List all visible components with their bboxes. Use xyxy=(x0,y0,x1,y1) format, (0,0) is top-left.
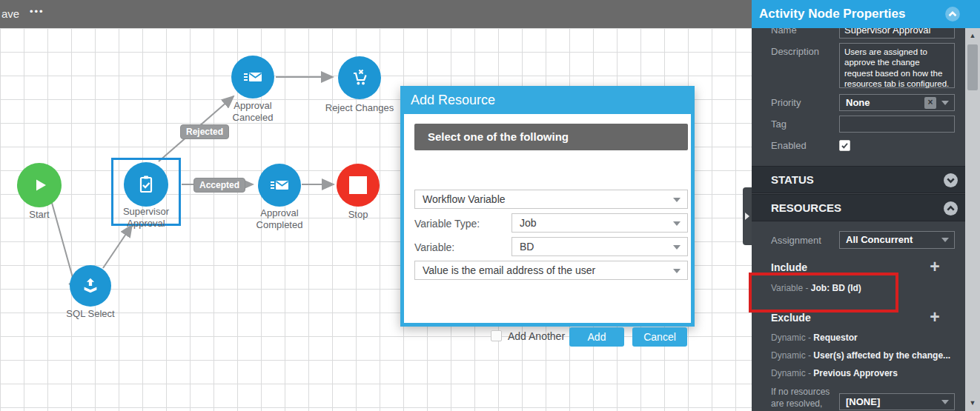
data-extract-icon xyxy=(80,275,101,296)
exclude-group-label: Exclude xyxy=(771,312,811,324)
chevron-down-icon xyxy=(673,245,681,250)
chevron-down-icon xyxy=(673,221,681,226)
chevron-down-icon xyxy=(941,238,949,242)
priority-label: Priority xyxy=(771,97,801,108)
resources-section-title: RESOURCES xyxy=(771,195,841,221)
assignment-value: All Concurrent xyxy=(846,234,913,245)
variable-type-label: Variable Type: xyxy=(414,218,480,230)
section-status[interactable]: STATUS xyxy=(752,166,967,193)
section-resources[interactable]: RESOURCES xyxy=(752,194,967,221)
dialog-title: Add Resource xyxy=(411,86,495,114)
fallback-label: If no resources are resolved, assign xyxy=(771,387,841,411)
cancel-button[interactable]: Cancel xyxy=(632,327,687,347)
scroll-up-icon[interactable]: ▲ xyxy=(965,30,980,42)
node-sql-select[interactable] xyxy=(70,265,111,307)
send-email-icon xyxy=(268,174,291,196)
tag-label: Tag xyxy=(771,118,787,130)
exclude-item-value: Previous Approvers xyxy=(813,368,898,378)
include-add-icon[interactable]: + xyxy=(927,259,943,274)
node-label-supervisor-approval: Supervisor Approval xyxy=(113,206,179,230)
cart-x-icon xyxy=(348,67,371,89)
top-toolbar: ave ••• xyxy=(0,0,752,28)
node-supervisor-approval[interactable] xyxy=(124,162,168,207)
dialog-instruction-banner: Select one of the following xyxy=(414,124,688,150)
variable-select[interactable]: BD xyxy=(511,237,688,256)
play-icon xyxy=(28,174,50,196)
node-approval-canceled[interactable] xyxy=(231,56,274,98)
exclude-item-value: User(s) affected by the change... xyxy=(813,350,950,361)
exclude-item[interactable]: Dynamic - User(s) affected by the change… xyxy=(771,350,950,361)
include-item[interactable]: Variable - Job: BD (Id) xyxy=(771,283,861,293)
chevron-down-icon xyxy=(941,101,949,105)
resource-type-select[interactable]: Workflow Variable xyxy=(414,190,688,209)
edge-label-accepted[interactable]: Accepted xyxy=(193,178,245,193)
edge-label-rejected[interactable]: Rejected xyxy=(180,124,229,139)
node-label-approval-completed: Approval Completed xyxy=(246,207,313,232)
node-approval-completed[interactable] xyxy=(258,164,301,207)
overflow-menu-icon[interactable]: ••• xyxy=(30,6,44,17)
panel-scrollbar[interactable]: ▲ ▼ xyxy=(965,28,980,411)
priority-value: None xyxy=(846,97,870,108)
workflow-designer-app: ave ••• Start xyxy=(0,0,980,411)
value-mapping-value: Value is the email address of the user xyxy=(423,264,595,276)
resource-type-value: Workflow Variable xyxy=(423,193,506,205)
panel-collapse-chevron-up-icon[interactable] xyxy=(944,6,961,22)
exclude-item-prefix: Dynamic - xyxy=(771,350,813,361)
enabled-label: Enabled xyxy=(771,140,807,151)
panel-header: Activity Node Properties xyxy=(752,0,980,28)
edge-sqlselect-to-supervisor[interactable] xyxy=(103,225,132,268)
variable-label: Variable: xyxy=(414,241,454,253)
add-button[interactable]: Add xyxy=(569,327,624,347)
variable-value: BD xyxy=(520,241,534,253)
checkmark-icon xyxy=(841,141,849,150)
chevron-down-circle-icon[interactable] xyxy=(943,173,959,188)
variable-type-value: Job xyxy=(520,217,537,229)
panel-collapse-handle[interactable] xyxy=(743,187,752,245)
node-label-stop: Stop xyxy=(338,209,378,221)
stop-square-icon xyxy=(349,176,367,194)
dialog-body: Select one of the following Workflow Var… xyxy=(404,114,691,323)
assignment-label: Assignment xyxy=(771,235,821,246)
exclude-add-icon[interactable]: + xyxy=(927,310,943,324)
exclude-item-prefix: Dynamic - xyxy=(771,333,813,343)
enabled-checkbox[interactable] xyxy=(839,140,850,151)
include-item-prefix: Variable - xyxy=(771,283,811,293)
save-button[interactable]: ave xyxy=(1,7,19,20)
exclude-item[interactable]: Dynamic - Requestor xyxy=(771,333,858,343)
value-mapping-select[interactable]: Value is the email address of the user xyxy=(414,261,688,280)
scroll-down-icon[interactable]: ▼ xyxy=(965,397,980,410)
description-textarea[interactable]: Users are assigned to approve the change… xyxy=(839,43,955,88)
add-another-checkbox[interactable] xyxy=(491,330,502,341)
scrollbar-thumb[interactable] xyxy=(967,44,978,90)
add-another-label: Add Another xyxy=(508,330,565,342)
chevron-down-icon xyxy=(941,400,949,404)
include-item-value: Job: BD (Id) xyxy=(811,283,861,293)
node-stop[interactable] xyxy=(337,164,380,207)
exclude-item-prefix: Dynamic - xyxy=(771,368,813,378)
panel-title: Activity Node Properties xyxy=(759,0,905,28)
node-reject-changes[interactable] xyxy=(338,56,381,99)
chevron-up-circle-icon[interactable] xyxy=(943,201,959,216)
status-section-title: STATUS xyxy=(771,167,814,193)
exclude-item[interactable]: Dynamic - Previous Approvers xyxy=(771,368,898,378)
tag-input[interactable] xyxy=(839,116,955,133)
fallback-value: [NONE] xyxy=(846,396,880,407)
include-group-label: Include xyxy=(771,261,807,273)
exclude-item-value: Requestor xyxy=(813,333,857,343)
node-label-reject-changes: Reject Changes xyxy=(322,102,397,114)
node-label-start: Start xyxy=(17,209,62,221)
chevron-down-icon xyxy=(673,269,681,273)
node-label-sql-select: SQL Select xyxy=(61,308,120,320)
variable-type-select[interactable]: Job xyxy=(511,213,688,233)
priority-select[interactable]: None × xyxy=(839,94,955,111)
chevron-down-icon xyxy=(673,198,681,202)
fallback-select[interactable]: [NONE] xyxy=(839,393,955,410)
send-email-icon xyxy=(242,66,264,88)
clear-icon[interactable]: × xyxy=(924,97,936,109)
node-label-approval-canceled: Approval Canceled xyxy=(223,100,282,124)
add-resource-dialog: Add Resource Select one of the following… xyxy=(400,86,695,327)
assignment-select[interactable]: All Concurrent xyxy=(839,231,955,249)
activity-node-properties-panel: Name Description Users are assigned to a… xyxy=(752,0,980,411)
clipboard-check-icon xyxy=(135,173,157,196)
node-start[interactable] xyxy=(17,163,62,207)
